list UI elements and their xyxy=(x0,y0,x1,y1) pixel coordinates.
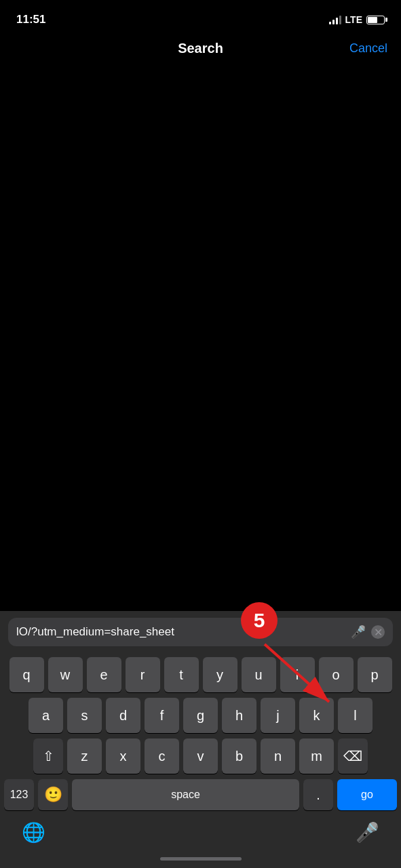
mic-icon[interactable]: 🎤 xyxy=(351,625,366,639)
battery-fill xyxy=(368,17,377,23)
lte-label: LTE xyxy=(345,14,362,25)
key-a[interactable]: a xyxy=(28,698,63,733)
key-z[interactable]: z xyxy=(67,738,102,774)
space-key[interactable]: space xyxy=(72,779,299,810)
key-s[interactable]: s xyxy=(67,698,102,733)
clear-icon[interactable]: ✕ xyxy=(371,625,385,639)
svg-line-1 xyxy=(265,644,329,702)
key-f[interactable]: f xyxy=(145,698,179,733)
key-n[interactable]: n xyxy=(261,738,295,774)
bottom-bar: 🌐 🎤 xyxy=(0,816,401,849)
globe-icon[interactable]: 🌐 xyxy=(22,821,45,844)
status-time: 11:51 xyxy=(16,13,45,26)
key-e[interactable]: e xyxy=(87,657,121,692)
go-button[interactable]: go xyxy=(337,779,397,810)
delete-key[interactable]: ⌫ xyxy=(338,738,368,774)
key-r[interactable]: r xyxy=(126,657,160,692)
num-key[interactable]: 123 xyxy=(4,779,34,810)
cancel-button[interactable]: Cancel xyxy=(349,41,387,56)
main-content xyxy=(0,67,401,460)
home-bar xyxy=(160,857,242,861)
key-m[interactable]: m xyxy=(299,738,334,774)
top-bar: Search Cancel xyxy=(0,30,401,67)
page-title: Search xyxy=(178,41,223,56)
key-q[interactable]: q xyxy=(9,657,44,692)
key-d[interactable]: d xyxy=(106,698,140,733)
battery-icon xyxy=(366,16,385,24)
key-g[interactable]: g xyxy=(183,698,218,733)
search-input[interactable]: lO/?utm_medium=share_sheet xyxy=(16,625,345,639)
annotation-arrow xyxy=(251,637,346,719)
key-p[interactable]: p xyxy=(358,657,392,692)
key-v[interactable]: v xyxy=(183,738,218,774)
home-indicator xyxy=(0,849,401,868)
key-c[interactable]: c xyxy=(145,738,179,774)
key-row-4: 123 🙂 space . go xyxy=(3,779,398,810)
mic-bottom-icon[interactable]: 🎤 xyxy=(356,821,379,844)
status-right: LTE xyxy=(329,14,385,25)
signal-icon xyxy=(329,15,341,24)
key-b[interactable]: b xyxy=(222,738,256,774)
period-key[interactable]: . xyxy=(303,779,333,810)
emoji-key[interactable]: 🙂 xyxy=(38,779,68,810)
key-w[interactable]: w xyxy=(48,657,83,692)
key-row-3: ⇧ z x c v b n m ⌫ xyxy=(3,738,398,774)
key-x[interactable]: x xyxy=(106,738,140,774)
annotation-number: 5 xyxy=(254,609,265,632)
key-t[interactable]: t xyxy=(164,657,199,692)
annotation-badge: 5 xyxy=(241,602,278,639)
status-bar: 11:51 LTE xyxy=(0,0,401,30)
key-y[interactable]: y xyxy=(203,657,237,692)
shift-key[interactable]: ⇧ xyxy=(33,738,63,774)
